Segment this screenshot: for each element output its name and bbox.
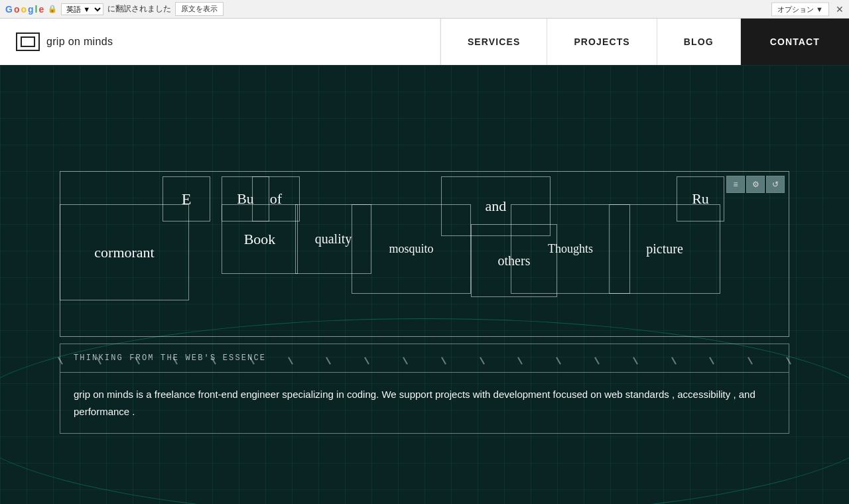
- word-Ru: Ru: [677, 176, 724, 221]
- main-nav: grip on minds SERVICES PROJECTS BLOG CON…: [0, 19, 849, 65]
- logo-icon-inner: [21, 36, 35, 47]
- word-Book: Book: [222, 204, 298, 274]
- options-button[interactable]: オプション ▼: [771, 2, 829, 16]
- nav-links: SERVICES PROJECTS BLOG CONTACT: [440, 19, 849, 65]
- description: grip on minds is a freelance front-end e…: [60, 373, 789, 433]
- nav-contact[interactable]: CONTACT: [740, 19, 849, 65]
- logo-icon: [16, 32, 40, 51]
- google-logo: Google: [5, 4, 44, 15]
- logo-text: grip on minds: [46, 36, 113, 48]
- close-translate-button[interactable]: ✕: [836, 4, 844, 15]
- show-original-button[interactable]: 原文を表示: [175, 2, 224, 16]
- description-text: grip on minds is a freelance front-end e…: [74, 389, 755, 417]
- tagline: THINKING FROM THE WEB'S ESSENCE: [60, 344, 789, 373]
- translate-label: に翻訳されました: [107, 3, 171, 15]
- reload-icon[interactable]: ↺: [766, 176, 785, 193]
- word-E: E: [163, 176, 210, 221]
- info-section: THINKING FROM THE WEB'S ESSENCE grip on …: [60, 344, 789, 434]
- language-select[interactable]: 英語 ▼: [61, 3, 103, 15]
- nav-services[interactable]: SERVICES: [440, 19, 547, 65]
- list-icon[interactable]: ≡: [726, 176, 745, 193]
- lock-icon: 🔒: [48, 5, 57, 13]
- nav-blog[interactable]: BLOG: [657, 19, 740, 65]
- settings-icon[interactable]: ⚙: [746, 176, 765, 193]
- word-mosaic: ≡ ⚙ ↺ cormorant E Bu of Book quality mos…: [60, 171, 789, 370]
- nav-projects[interactable]: PROJECTS: [547, 19, 656, 65]
- hero-section: ≡ ⚙ ↺ cormorant E Bu of Book quality mos…: [0, 65, 849, 504]
- browser-icons: ≡ ⚙ ↺: [726, 176, 785, 193]
- translate-bar: Google 🔒 英語 ▼ に翻訳されました 原文を表示 オプション ▼ ✕: [0, 0, 849, 19]
- nav-logo[interactable]: grip on minds: [0, 19, 440, 65]
